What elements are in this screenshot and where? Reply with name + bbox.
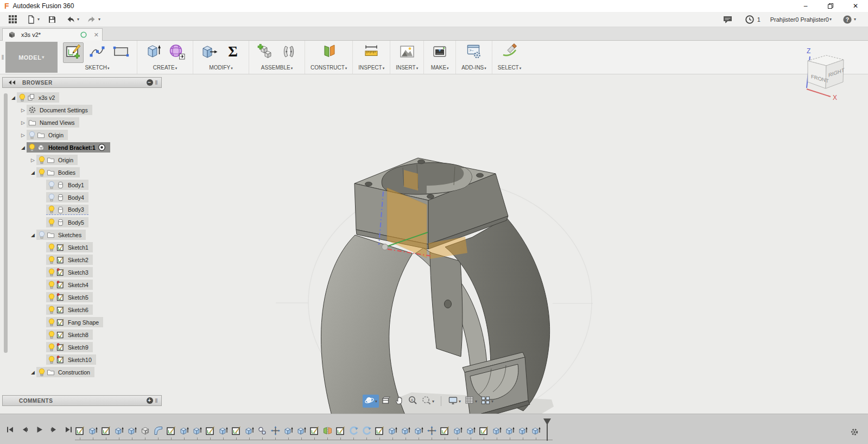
timeline-settings-gear-icon[interactable] (848, 426, 860, 438)
file-menu-caret-icon[interactable]: ▾ (37, 17, 40, 22)
form-button[interactable] (167, 42, 187, 63)
browser-row-body5[interactable]: Body5 (2, 216, 162, 229)
ribbon-group-label[interactable]: ADD-INS▾ (461, 65, 486, 71)
timeline-feature-sketch-icon[interactable] (231, 426, 242, 436)
comments-bubble-icon[interactable] (722, 14, 734, 26)
timeline-feature-fillet-icon[interactable] (153, 426, 163, 436)
browser-item-chip[interactable]: Body3 (46, 205, 88, 215)
browser-row-bodies[interactable]: ◢Bodies (2, 166, 162, 179)
visibility-bulb-icon[interactable] (47, 356, 56, 364)
visibility-bulb-icon[interactable] (47, 205, 56, 214)
visibility-bulb-icon[interactable] (37, 156, 46, 164)
timeline-feature-extrude-icon[interactable] (296, 426, 307, 436)
grid-settings-caret-icon[interactable]: ▾ (475, 399, 477, 404)
restore-button[interactable] (818, 0, 843, 12)
select-button[interactable] (499, 42, 520, 63)
help-icon[interactable]: ? (841, 14, 853, 26)
expander-open-icon[interactable]: ◢ (10, 95, 17, 100)
browser-item-chip[interactable]: x3s v2 (17, 92, 59, 103)
browser-row-origin[interactable]: ▷Origin (2, 154, 162, 166)
visibility-bulb-icon[interactable] (47, 281, 56, 289)
zoom-button[interactable]: ± (406, 395, 420, 408)
timeline-feature-move-icon[interactable] (427, 426, 437, 436)
timeline-feature-sketch-icon[interactable] (479, 426, 489, 436)
timeline-feature-revolve-icon[interactable] (362, 426, 372, 436)
panel-grip-icon[interactable]: ‖ (155, 398, 158, 404)
print-3d-button[interactable] (429, 42, 450, 63)
user-account-menu[interactable]: Prahjister0 Prahjister0 (770, 16, 829, 23)
browser-row-body4[interactable]: Body4 (2, 191, 162, 204)
visibility-bulb-icon[interactable] (47, 268, 56, 277)
browser-row-body3[interactable]: Body3 (2, 204, 162, 216)
visibility-bulb-icon[interactable] (47, 331, 56, 339)
timeline-feature-sketch-icon[interactable] (309, 426, 320, 436)
expander-open-icon[interactable]: ◢ (29, 170, 36, 175)
browser-item-chip[interactable]: Sketch10 (46, 354, 96, 365)
browser-row-x3s-v2[interactable]: ◢x3s v2 (2, 91, 162, 104)
expander-closed-icon[interactable]: ▷ (20, 132, 27, 138)
visibility-bulb-icon[interactable] (47, 343, 56, 352)
browser-item-chip[interactable]: Origin (36, 155, 78, 165)
ribbon-group-label[interactable]: MAKE▾ (431, 65, 449, 71)
timeline-feature-sketch-icon[interactable] (205, 426, 216, 436)
browser-row-named-views[interactable]: ▷Named Views (2, 116, 162, 129)
visibility-bulb-icon[interactable] (37, 231, 46, 239)
browser-item-chip[interactable]: Sketch9 (46, 342, 93, 352)
origin-point[interactable] (382, 244, 388, 250)
measure-button[interactable] (361, 42, 382, 63)
timeline-feature-extrude-icon[interactable] (414, 426, 424, 436)
browser-item-chip[interactable]: Body4 (46, 192, 88, 202)
expander-closed-icon[interactable]: ▷ (29, 157, 36, 163)
browser-item-chip[interactable]: Sketch8 (46, 329, 93, 340)
orbit-button[interactable]: ▾ (363, 395, 379, 408)
timeline-feature-extrude-icon[interactable] (179, 426, 189, 436)
browser-item-chip[interactable]: Hotend Bracket:1 (27, 142, 110, 153)
display-settings-button[interactable]: ▾ (446, 395, 462, 408)
extrude-button[interactable] (143, 42, 163, 63)
browser-row-hotend-bracket-1[interactable]: ◢Hotend Bracket:1 (2, 141, 162, 154)
timeline-feature-extrude-icon[interactable] (244, 426, 255, 436)
grid-settings-button[interactable]: ▾ (462, 395, 479, 408)
ribbon-group-label[interactable]: ASSEMBLE▾ (261, 65, 293, 71)
workspace-switcher[interactable]: MODEL▾ (5, 42, 58, 73)
visibility-bulb-icon[interactable] (47, 256, 56, 264)
browser-item-chip[interactable]: Sketch3 (46, 267, 93, 277)
browser-item-chip[interactable]: Named Views (27, 117, 79, 128)
browser-row-sketch8[interactable]: Sketch8 (2, 328, 162, 341)
visibility-bulb-icon[interactable] (47, 293, 56, 302)
timeline-feature-extrude-icon[interactable] (114, 426, 124, 436)
timeline-feature-extrude-icon[interactable] (505, 426, 515, 436)
parameters-button[interactable]: Σ (223, 42, 243, 63)
viewports-caret-icon[interactable]: ▾ (491, 399, 493, 404)
insert-image-button[interactable] (397, 42, 417, 63)
scripts-button[interactable]: >- (464, 42, 484, 63)
orbit-caret-icon[interactable]: ▾ (375, 399, 377, 404)
visibility-bulb-icon[interactable] (28, 143, 36, 152)
browser-item-chip[interactable]: Sketch6 (46, 305, 93, 315)
browser-item-chip[interactable]: Sketch4 (46, 280, 93, 290)
browser-row-body1[interactable]: Body1 (2, 179, 162, 191)
browser-row-sketch6[interactable]: Sketch6 (2, 303, 162, 316)
browser-item-chip[interactable]: Body1 (46, 180, 88, 190)
browser-item-chip[interactable]: Sketch5 (46, 292, 93, 302)
timeline-feature-sketch-icon[interactable] (101, 426, 111, 436)
ribbon-group-label[interactable]: CONSTRUCT▾ (311, 65, 347, 71)
look-at-button[interactable] (379, 395, 392, 408)
collapse-panel-icon[interactable] (6, 77, 18, 88)
timeline-feature-extrude-icon[interactable] (518, 426, 528, 436)
browser-item-chip[interactable]: Bodies (36, 167, 80, 177)
visibility-bulb-icon[interactable] (47, 318, 56, 327)
joint-button[interactable] (278, 42, 299, 63)
collapse-all-icon[interactable]: − (147, 79, 153, 86)
press-pull-button[interactable] (199, 42, 219, 63)
undo-caret-icon[interactable]: ▾ (77, 17, 79, 22)
browser-row-origin[interactable]: ▷Origin (2, 129, 162, 141)
ribbon-group-label[interactable]: SELECT▾ (498, 65, 521, 71)
app-grid-icon[interactable] (7, 14, 18, 26)
spline-button[interactable] (87, 42, 107, 63)
timeline-feature-revolve-icon[interactable] (349, 426, 359, 436)
visibility-bulb-icon[interactable] (18, 93, 27, 102)
file-menu-icon[interactable] (25, 14, 37, 26)
timeline-feature-mirror-icon[interactable] (322, 426, 333, 436)
browser-row-sketches[interactable]: ◢Sketches (2, 229, 162, 241)
